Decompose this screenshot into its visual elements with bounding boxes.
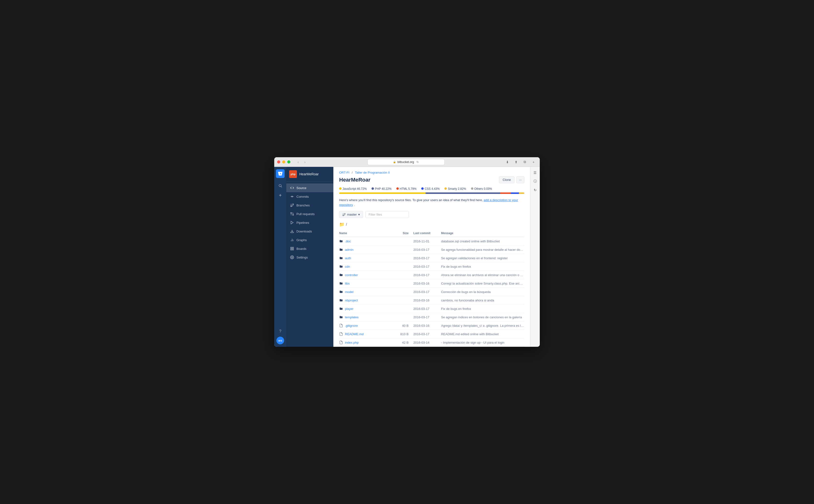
svg-line-1 [281,186,282,187]
svg-rect-16 [291,247,292,248]
file-commit-date: 2016-03-17 [413,332,441,336]
url-text: bitbucket.org [397,160,414,164]
sidebar-source-label: Source [297,186,306,190]
sidebar-item-downloads[interactable]: Downloads [286,227,333,236]
table-row[interactable]: README.md 810 B 2016-03-17 README.md edi… [339,330,524,338]
file-icon [339,324,343,327]
url-bar[interactable]: 🔒 bitbucket.org ↻ [367,159,445,165]
lang-bar-css [511,192,519,194]
table-row[interactable]: templates 2016-03-17 Se agregan indices … [339,313,524,321]
repo-actions: Clone ··· [499,176,524,183]
file-commit-date: 2016-03-17 [413,265,441,268]
sidebar-item-source[interactable]: Source [286,184,333,192]
svg-marker-11 [291,221,293,224]
file-name-link[interactable]: model [345,290,353,294]
file-name-cell: cdn [339,265,395,268]
svg-point-6 [293,204,294,205]
table-row[interactable]: .doc 2016-11-01 database.sql created onl… [339,237,524,245]
forward-button[interactable]: › [302,159,308,165]
user-avatar[interactable]: arz [277,337,284,344]
file-commit-message: Fix de bugs en firefox [441,307,524,311]
file-name-link[interactable]: nbproject [345,299,358,302]
info-icon[interactable]: ⓘ [532,178,538,185]
search-rail-icon[interactable] [276,181,285,190]
file-name-cell: index.php [339,341,395,344]
folder-icon [339,281,343,285]
breadcrumb: ORT-FI / Taller de Programación II [333,167,530,175]
table-row[interactable]: admin 2016-03-17 Se agrega funcionalidad… [339,245,524,254]
download-icon[interactable]: ⬇ [504,159,511,165]
file-commit-message: cambios, no funcionaba ahora si anda [441,299,524,302]
file-name-cell: auth [339,256,395,260]
table-row[interactable]: cdn 2016-03-17 Fix de bugs en firefox [339,262,524,271]
boards-icon [290,247,294,251]
maximize-button[interactable] [287,160,290,163]
sidebar-item-branches[interactable]: Branches [286,201,333,210]
right-sidebar: ☰ ⓘ ↻ [530,167,540,347]
new-tab-icon[interactable]: + [530,159,537,165]
file-commit-message: Ahora se eliminan los archivos al elimin… [441,273,524,277]
table-row[interactable]: player 2016-03-17 Fix de bugs en firefox [339,305,524,313]
bitbucket-logo[interactable] [276,169,285,178]
sidebar-commits-label: Commits [297,195,309,198]
file-name-link[interactable]: libs [345,282,350,285]
file-commit-date: 2016-03-17 [413,290,441,294]
folder-icon [339,307,343,311]
table-row[interactable]: index.php 42 B 2016-03-14 - Implementaci… [339,338,524,347]
file-icon [339,341,343,344]
minimize-button[interactable] [282,160,285,163]
file-size: 42 B [395,341,413,344]
file-name-link[interactable]: .doc [345,239,351,243]
folder-icon [339,315,343,319]
sidebar-item-settings[interactable]: Settings [286,253,333,262]
table-row[interactable]: libs 2016-03-16 Corregí la actualización… [339,279,524,288]
filter-input[interactable] [366,211,409,218]
file-rows: .doc 2016-11-01 database.sql created onl… [339,237,524,347]
lang-html: HTML 5.79% [396,187,417,191]
file-name-link[interactable]: player [345,307,353,311]
file-commit-message: Se agregan indices en botones de cancion… [441,315,524,319]
breadcrumb-org[interactable]: ORT-FI [339,171,349,174]
panel-icon[interactable]: ☰ [532,169,538,176]
file-name-link[interactable]: controller [345,273,358,277]
language-labels: JavaScript 46.72% PHP 40.22% HTML 5.79% … [339,187,524,191]
share-icon[interactable]: ⬆ [513,159,519,165]
svg-point-20 [292,257,293,258]
table-row[interactable]: .gitignore 40 B 2016-03-16 Agrego /data/… [339,321,524,330]
breadcrumb-project[interactable]: Taller de Programación II [355,171,390,174]
refresh-right-icon[interactable]: ↻ [532,187,538,193]
help-icon[interactable]: ? [276,327,285,336]
file-name-link[interactable]: admin [345,248,353,252]
tabs-icon[interactable]: ⧉ [521,159,528,165]
branch-selector[interactable]: master ▾ [339,211,363,218]
lang-bar-smarty [519,192,524,194]
sidebar-item-commits[interactable]: Commits [286,192,333,201]
more-button[interactable]: ··· [516,176,524,183]
close-button[interactable] [277,160,280,163]
file-name-link[interactable]: README.md [345,332,364,336]
header-message: Message [441,232,524,235]
table-row[interactable]: auth 2016-03-17 Se agregan validaciones … [339,254,524,262]
table-row[interactable]: nbproject 2016-03-16 cambios, no funcion… [339,296,524,305]
clone-button[interactable]: Clone [499,176,514,183]
file-name-link[interactable]: templates [345,315,359,319]
header-size: Size [395,232,413,235]
sidebar-item-graphs[interactable]: Graphs [286,236,333,244]
sidebar-item-boards[interactable]: Boards [286,244,333,253]
refresh-icon[interactable]: ↻ [416,160,419,164]
table-row[interactable]: controller 2016-03-17 Ahora se eliminan … [339,271,524,279]
back-button[interactable]: ‹ [295,159,301,165]
file-name-link[interactable]: auth [345,256,351,260]
file-name-link[interactable]: cdn [345,265,350,268]
add-rail-icon[interactable]: + [276,191,285,200]
sidebar-item-pull-requests[interactable]: Pull requests [286,210,333,218]
svg-rect-18 [292,249,294,250]
table-row[interactable]: model 2016-03-17 Corrección de bugs en l… [339,288,524,296]
file-name-link[interactable]: index.php [345,341,359,344]
sidebar-boards-label: Boards [297,247,306,251]
pull-requests-icon [290,212,294,216]
file-name-link[interactable]: .gitignore [345,324,358,327]
header-name: Name [339,232,395,235]
sidebar-item-pipelines[interactable]: Pipelines [286,218,333,227]
svg-point-22 [345,213,345,214]
